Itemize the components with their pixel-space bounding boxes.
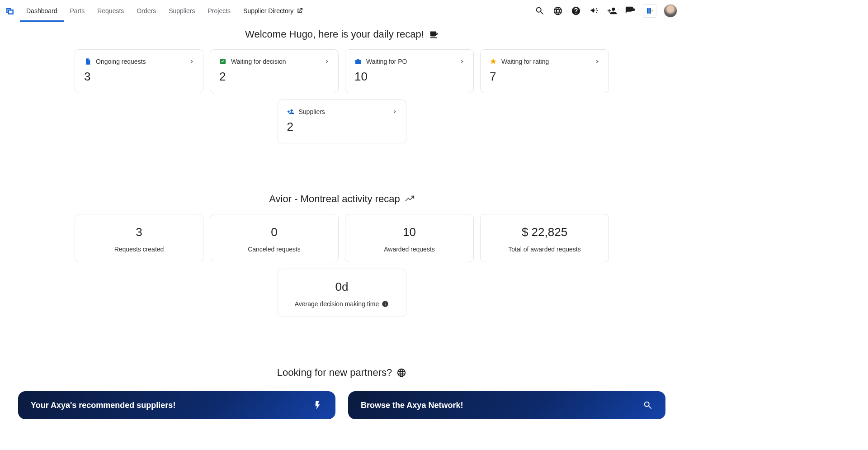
card-label: Total of awarded requests <box>508 246 580 253</box>
tab-projects[interactable]: Projects <box>202 0 237 22</box>
chat-icon <box>625 6 635 16</box>
arrow-right-icon <box>592 58 599 65</box>
partners-cards: Your Axya's recommended suppliers! Brows… <box>0 391 684 419</box>
messages-button[interactable] <box>625 5 636 16</box>
card-value: 0 <box>219 225 329 239</box>
tab-supplier-directory[interactable]: Supplier Directory <box>237 0 310 22</box>
card-title: Browse the Axya Network! <box>361 401 463 410</box>
coffee-icon <box>429 29 439 39</box>
card-value: 7 <box>490 70 599 84</box>
tab-requests[interactable]: Requests <box>91 0 130 22</box>
card-label: Waiting for rating <box>501 58 549 65</box>
card-value: 10 <box>354 225 464 239</box>
card-label: Waiting for PO <box>366 58 407 65</box>
daily-recap-title: Welcome Hugo, here is your daily recap! <box>0 28 684 40</box>
activity-recap-cards: 3 Requests created 0 Canceled requests 1… <box>0 214 684 317</box>
arrow-right-icon <box>322 58 329 65</box>
nav-tabs: Dashboard Parts Requests Orders Supplier… <box>20 0 310 22</box>
card-waiting-po[interactable]: Waiting for PO 10 <box>345 49 474 93</box>
card-requests-created: 3 Requests created <box>75 214 203 262</box>
activity-recap-title: Avior - Montreal activity recap <box>0 193 684 205</box>
card-waiting-decision[interactable]: Waiting for decision 2 <box>210 49 339 93</box>
trend-icon <box>405 194 415 204</box>
info-icon[interactable] <box>382 300 389 308</box>
card-label: Canceled requests <box>248 246 301 253</box>
document-icon <box>84 58 91 65</box>
megaphone-icon <box>589 6 599 16</box>
partners-title: Looking for new partners? <box>0 367 684 379</box>
card-avg-decision-time: 0d Average decision making time <box>278 269 406 317</box>
card-label: Awarded requests <box>384 246 435 253</box>
star-icon <box>490 58 497 65</box>
card-value: 0d <box>287 280 397 294</box>
card-recommended-suppliers[interactable]: Your Axya's recommended suppliers! <box>18 391 335 419</box>
search-button[interactable] <box>534 5 545 16</box>
avatar[interactable] <box>664 4 677 18</box>
card-value: 3 <box>84 225 194 239</box>
tab-dashboard[interactable]: Dashboard <box>20 0 64 22</box>
card-browse-network[interactable]: Browse the Axya Network! <box>348 391 665 419</box>
product-switcher[interactable] <box>643 4 656 18</box>
card-value: 2 <box>219 70 329 84</box>
globe-icon <box>553 6 563 16</box>
card-value: 10 <box>354 70 464 84</box>
card-suppliers[interactable]: Suppliers 2 <box>278 99 406 143</box>
card-ongoing-requests[interactable]: Ongoing requests 3 <box>75 49 203 93</box>
search-icon <box>643 400 653 410</box>
card-waiting-rating[interactable]: Waiting for rating 7 <box>480 49 609 93</box>
language-button[interactable] <box>552 5 563 16</box>
svg-rect-0 <box>9 10 13 14</box>
card-value: 2 <box>287 120 397 134</box>
arrow-right-icon <box>390 108 397 115</box>
search-icon <box>535 6 545 16</box>
card-label: Average decision making time <box>295 300 379 308</box>
nav-actions <box>534 0 684 22</box>
check-badge-icon <box>219 58 226 65</box>
bolt-icon <box>313 400 323 410</box>
card-value: 3 <box>84 70 194 84</box>
logo-icon <box>5 6 14 15</box>
external-link-icon <box>296 7 303 14</box>
globe-icon <box>396 368 406 378</box>
svg-rect-2 <box>649 8 651 14</box>
card-total-awarded: $ 22,825 Total of awarded requests <box>480 214 609 262</box>
invite-button[interactable] <box>607 5 618 16</box>
card-label: Waiting for decision <box>231 58 286 65</box>
svg-rect-1 <box>647 8 649 14</box>
card-title: Your Axya's recommended suppliers! <box>31 401 175 410</box>
top-nav: Dashboard Parts Requests Orders Supplier… <box>0 0 684 22</box>
card-label: Suppliers <box>299 108 325 115</box>
daily-recap-cards: Ongoing requests 3 Waiting for decision … <box>0 49 684 143</box>
arrow-right-icon <box>187 58 194 65</box>
app-logo[interactable] <box>0 0 20 22</box>
card-canceled-requests: 0 Canceled requests <box>210 214 339 262</box>
tab-orders[interactable]: Orders <box>130 0 162 22</box>
help-button[interactable] <box>571 5 581 16</box>
briefcase-icon <box>354 58 362 65</box>
card-awarded-requests: 10 Awarded requests <box>345 214 474 262</box>
card-value: $ 22,825 <box>490 225 599 239</box>
announcements-button[interactable] <box>589 5 599 16</box>
tab-parts[interactable]: Parts <box>64 0 91 22</box>
card-label: Requests created <box>114 246 164 253</box>
person-add-icon <box>607 6 617 16</box>
person-add-icon <box>287 108 294 115</box>
card-label: Ongoing requests <box>96 58 146 65</box>
help-icon <box>571 6 581 16</box>
arrow-right-icon <box>457 58 464 65</box>
tab-suppliers[interactable]: Suppliers <box>162 0 201 22</box>
switcher-icon <box>646 7 654 15</box>
